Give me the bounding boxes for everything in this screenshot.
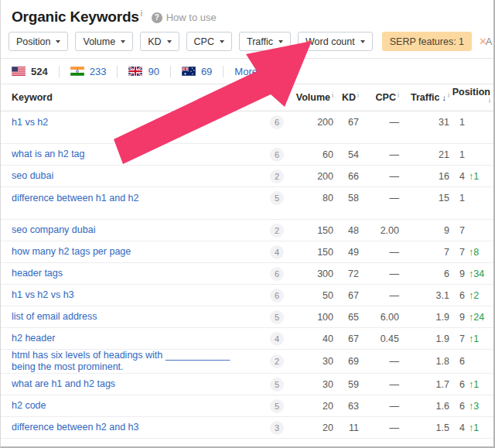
- keyword-link[interactable]: seo dubai: [12, 170, 53, 181]
- table-row: h2 header 4 40 67 0.45 1.9 7 ↑1: [1, 328, 493, 350]
- cpc-cell: —: [359, 149, 399, 160]
- volume-cell: 30: [284, 379, 333, 390]
- filter-kd-button[interactable]: KD: [140, 32, 179, 51]
- filter-position-button[interactable]: Position: [9, 32, 68, 51]
- traffic-cell: 1.6: [399, 401, 449, 412]
- chevron-down-icon: [167, 40, 172, 43]
- serp-features-badge: 2: [270, 169, 284, 183]
- keyword-link[interactable]: difference between h1 and h2: [12, 193, 138, 203]
- col-header-kd[interactable]: KDi: [333, 92, 359, 103]
- volume-cell: 60: [284, 149, 333, 160]
- filter-word-count-button[interactable]: Word count: [298, 32, 373, 51]
- filter-cpc-button[interactable]: CPC: [186, 32, 232, 51]
- us-flag-icon: [12, 67, 26, 76]
- cpc-cell: —: [359, 422, 399, 433]
- position-cell: 6: [449, 290, 465, 301]
- volume-cell: 40: [284, 333, 333, 344]
- position-cell: 4: [449, 171, 465, 182]
- position-change-cell: ↑3: [465, 401, 490, 412]
- position-change-cell: ↑24: [465, 312, 490, 323]
- table-row: seo company dubai 2 150 48 2.00 9 7: [1, 220, 493, 241]
- more-countries-button[interactable]: More: [234, 66, 267, 77]
- col-header-cpc[interactable]: CPCi: [359, 92, 399, 103]
- title-info-superscript: i: [141, 9, 142, 18]
- cpc-cell: —: [359, 193, 399, 203]
- position-cell: 7: [449, 225, 465, 236]
- cpc-cell: 2.00: [359, 225, 399, 236]
- india-flag-icon: [70, 67, 84, 76]
- kd-cell: 67: [333, 117, 359, 128]
- countries-bar: 524 233 90: [1, 59, 493, 84]
- position-change-cell: ↑8: [465, 247, 490, 258]
- country-tab-uk[interactable]: 90: [128, 66, 159, 77]
- filter-traffic-label: Traffic: [247, 36, 273, 47]
- how-to-use-label: How to use: [166, 12, 217, 23]
- keyword-link[interactable]: h2 code: [12, 400, 46, 411]
- keyword-link[interactable]: seo company dubai: [12, 224, 95, 235]
- filter-traffic-button[interactable]: Traffic: [239, 32, 291, 51]
- page-title: Organic Keywordsi: [12, 9, 142, 26]
- how-to-use-link[interactable]: ? How to use: [152, 12, 217, 23]
- traffic-cell: 1.9: [399, 312, 449, 323]
- chevron-down-icon: [360, 40, 365, 43]
- col-header-volume[interactable]: Volumei: [284, 92, 333, 103]
- chevron-down-icon: [56, 40, 60, 43]
- kd-cell: 49: [333, 247, 359, 258]
- serp-features-badge: 5: [270, 399, 284, 413]
- col-header-traffic[interactable]: Traffic↓i: [399, 92, 449, 103]
- filter-kd-label: KD: [148, 36, 161, 47]
- position-header-label: Position: [452, 87, 490, 97]
- kd-cell: 63: [333, 401, 359, 412]
- traffic-cell: 15: [399, 193, 449, 203]
- volume-cell: 150: [284, 247, 333, 258]
- col-header-keyword[interactable]: Keyword: [1, 92, 261, 104]
- keyword-link[interactable]: header tags: [12, 268, 63, 279]
- table-row: h1 vs h2 vs h3 6 50 67 — 3.1 6 ↑2: [1, 285, 493, 306]
- kd-cell: 66: [333, 171, 359, 182]
- table-row: list of email address 5 100 65 6.00 1.9 …: [1, 306, 493, 328]
- volume-cell: 50: [284, 290, 333, 301]
- serp-features-badge: 5: [270, 191, 284, 205]
- info-icon: i: [332, 91, 333, 99]
- divider: [170, 66, 171, 77]
- country-count-australia: 69: [201, 66, 212, 77]
- kd-cell: 59: [333, 379, 359, 390]
- keyword-link[interactable]: h1 vs h2 vs h3: [12, 289, 74, 300]
- volume-cell: 150: [284, 225, 333, 236]
- position-change-cell: ↑1: [465, 171, 490, 182]
- serp-features-filter-chip[interactable]: SERP features: 1: [382, 32, 472, 51]
- cpc-cell: —: [359, 356, 399, 367]
- country-tab-australia[interactable]: 69: [182, 66, 212, 77]
- col-header-position[interactable]: Positioni: [449, 87, 490, 108]
- filter-volume-button[interactable]: Volume: [75, 32, 133, 51]
- keyword-link[interactable]: h2 header: [12, 333, 55, 344]
- volume-cell: 200: [284, 171, 333, 182]
- serp-features-badge: 6: [270, 115, 284, 129]
- serp-features-badge: 3: [270, 421, 284, 435]
- info-icon: i: [398, 91, 399, 99]
- filter-volume-label: Volume: [83, 36, 115, 47]
- keyword-link[interactable]: list of email address: [12, 311, 97, 322]
- keyword-link[interactable]: what is an h2 tag: [12, 149, 85, 159]
- keyword-link[interactable]: html has six levels of headings with ___…: [12, 350, 230, 372]
- position-cell: 6: [449, 356, 465, 367]
- country-tab-us[interactable]: 524: [12, 66, 48, 77]
- traffic-cell: 1.5: [399, 422, 449, 433]
- keyword-link[interactable]: how many h2 tags per page: [12, 246, 131, 257]
- keyword-link[interactable]: h1 vs h2: [12, 117, 48, 128]
- include-mode-label-partial: A: [486, 36, 492, 47]
- traffic-cell: 9: [399, 225, 449, 236]
- keyword-link[interactable]: difference between h2 and h3: [12, 422, 138, 433]
- position-cell: 1: [449, 149, 465, 160]
- kd-cell: 67: [333, 333, 359, 344]
- kd-header-label: KD: [342, 92, 356, 103]
- serp-features-badge: 6: [270, 148, 284, 162]
- position-cell: 9: [449, 268, 465, 279]
- serp-features-badge: 5: [270, 378, 284, 392]
- country-tab-india[interactable]: 233: [70, 66, 107, 77]
- table-row: difference between h2 and h3 3 20 11 — 1…: [1, 417, 493, 439]
- keyword-link[interactable]: what are h1 and h2 tags: [12, 378, 115, 389]
- position-cell: 7: [449, 247, 465, 258]
- sort-desc-icon: ↓: [442, 93, 447, 102]
- position-change-cell: ↑2: [465, 290, 490, 301]
